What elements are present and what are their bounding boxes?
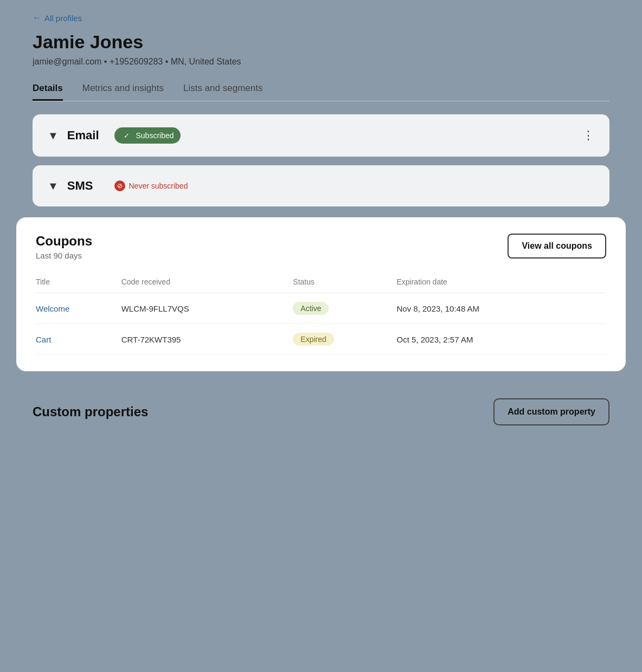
sms-never-badge: ⊘ Never subscribed [108,178,194,193]
coupon-status-welcome: Active [293,293,396,324]
email-card-left: ▼ Email ✓ Subscribed [48,127,181,144]
page-wrapper: ← All profiles Jamie Jones jamie@gmail.c… [0,0,642,672]
tabs-bar: Details Metrics and insights Lists and s… [33,77,609,101]
cards-section: ▼ Email ✓ Subscribed ⋮ ▼ SMS ⊘ Never sub… [0,101,642,206]
sms-card-title: SMS [67,179,93,193]
back-link[interactable]: ← All profiles [33,13,609,23]
coupon-code-welcome: WLCM-9FLL7VQS [121,293,293,324]
coupons-title-block: Coupons Last 90 days [36,234,92,260]
meta-separator-2: • [165,57,171,66]
status-badge-active: Active [293,302,329,315]
col-expiration: Expiration date [396,273,606,293]
email-subscribed-badge: ✓ Subscribed [114,127,181,144]
email-subscription-card: ▼ Email ✓ Subscribed ⋮ [33,114,609,157]
sms-chevron-icon[interactable]: ▼ [48,180,59,192]
coupon-status-cart: Expired [293,324,396,355]
back-arrow-icon: ← [33,13,41,23]
sms-subscription-card: ▼ SMS ⊘ Never subscribed [33,165,609,206]
profile-email: jamie@gmail.com [33,57,101,66]
tab-metrics[interactable]: Metrics and insights [82,77,164,101]
tab-lists[interactable]: Lists and segments [183,77,262,101]
check-icon: ✓ [121,130,133,141]
profile-phone: +1952609283 [110,57,163,66]
coupon-expiry-welcome: Nov 8, 2023, 10:48 AM [396,293,606,324]
coupon-code-cart: CRT-72KWT395 [121,324,293,355]
no-icon: ⊘ [114,180,125,191]
email-chevron-icon[interactable]: ▼ [48,130,59,142]
profile-meta: jamie@gmail.com • +1952609283 • MN, Unit… [33,57,609,67]
col-title: Title [36,273,121,293]
coupon-title-welcome[interactable]: Welcome [36,304,69,313]
table-row: Cart CRT-72KWT395 Expired Oct 5, 2023, 2… [36,324,606,355]
custom-props-title: Custom properties [33,404,148,419]
coupons-subtitle: Last 90 days [36,251,92,260]
status-badge-expired: Expired [293,333,333,346]
view-all-coupons-button[interactable]: View all coupons [508,234,606,259]
email-badge-label: Subscribed [136,131,174,140]
tab-details[interactable]: Details [33,77,63,101]
coupon-expiry-cart: Oct 5, 2023, 2:57 AM [396,324,606,355]
coupons-table: Title Code received Status Expiration da… [36,273,606,355]
coupons-title: Coupons [36,234,92,249]
coupons-table-header-row: Title Code received Status Expiration da… [36,273,606,293]
table-row: Welcome WLCM-9FLL7VQS Active Nov 8, 2023… [36,293,606,324]
email-card-title: Email [67,128,99,143]
meta-separator-1: • [104,57,110,66]
back-label: All profiles [44,14,82,23]
profile-name: Jamie Jones [33,31,609,53]
email-more-icon[interactable]: ⋮ [582,130,594,141]
profile-location: MN, United States [171,57,241,66]
sms-card-left: ▼ SMS ⊘ Never subscribed [48,178,194,193]
top-section: ← All profiles Jamie Jones jamie@gmail.c… [0,0,642,101]
add-custom-property-button[interactable]: Add custom property [493,398,609,425]
custom-props-header: Custom properties Add custom property [33,398,609,425]
coupons-section: Coupons Last 90 days View all coupons Ti… [16,217,626,371]
coupons-header: Coupons Last 90 days View all coupons [36,234,606,260]
custom-properties-section: Custom properties Add custom property [0,382,642,447]
col-status: Status [293,273,396,293]
coupon-title-cart[interactable]: Cart [36,335,51,344]
sms-badge-label: Never subscribed [129,182,188,190]
col-code: Code received [121,273,293,293]
